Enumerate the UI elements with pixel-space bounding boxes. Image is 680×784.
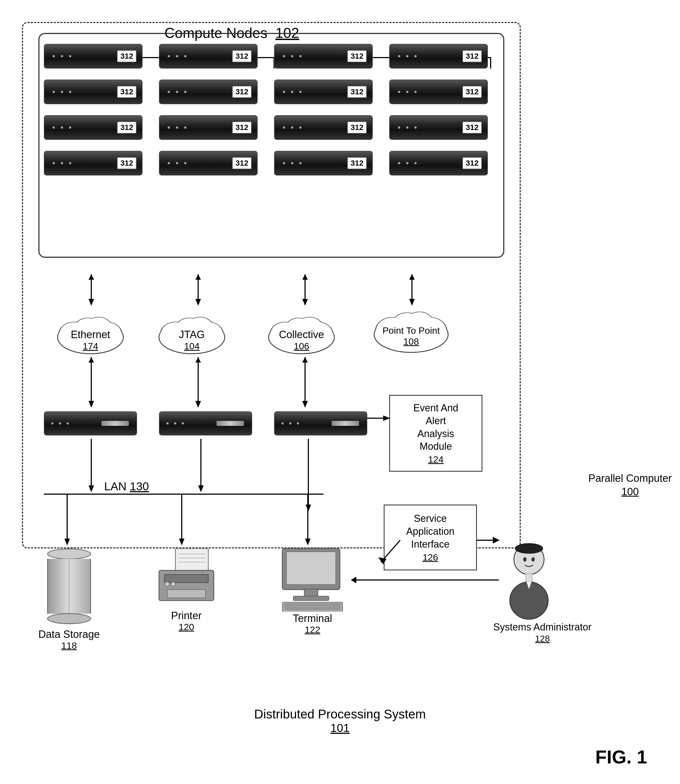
- svg-marker-4: [195, 299, 201, 306]
- server-blade: 312: [44, 115, 143, 140]
- systems-admin: Systems Administrator 128: [493, 543, 592, 644]
- svg-marker-59: [302, 401, 308, 408]
- svg-marker-91: [378, 557, 386, 564]
- svg-marker-2: [88, 274, 94, 280]
- svg-rect-89: [285, 604, 340, 609]
- service-node-blade: Service Node 116: [274, 411, 337, 435]
- arrow-ionode1-lan: [87, 439, 95, 496]
- server-blade: 312: [159, 44, 258, 69]
- ptp-cloud: Point To Point 108: [367, 302, 455, 357]
- server-blade: 312: [389, 115, 488, 140]
- svg-marker-57: [195, 357, 201, 363]
- svg-point-82: [165, 582, 169, 586]
- svg-marker-64: [88, 485, 94, 492]
- lan-label: LAN 130: [104, 480, 149, 493]
- server-blade: 312: [44, 44, 143, 69]
- svg-marker-8: [302, 274, 308, 280]
- io-node-1-blade: I/O Node 110: [44, 411, 85, 435]
- server-blade: 312: [159, 115, 258, 140]
- server-blade: 312: [389, 44, 488, 69]
- io-node-2-blade: I/O Node 114: [159, 411, 201, 435]
- svg-point-95: [532, 557, 535, 562]
- data-storage-label: Data Storage: [38, 628, 100, 640]
- svg-rect-80: [164, 574, 208, 583]
- event-alert-ref: 124: [428, 454, 444, 465]
- svg-marker-74: [305, 539, 310, 546]
- server-blade: 312: [389, 79, 488, 104]
- compute-nodes-grid: 312 312 312 312 312 312 312 312 312 312 …: [44, 44, 493, 181]
- collective-cloud: Collective 106: [263, 307, 340, 357]
- server-blade: 312: [44, 79, 143, 104]
- terminal-ref: 122: [277, 625, 348, 635]
- server-blade: 312: [389, 151, 488, 175]
- event-alert-label: Event AndAlertAnalysisModule: [413, 402, 458, 453]
- arrow-ethernet: [87, 274, 95, 310]
- svg-marker-11: [409, 274, 415, 280]
- jtag-cloud: JTAG 104: [153, 307, 230, 357]
- server-blade: 312: [274, 115, 373, 140]
- terminal: Terminal 122: [277, 546, 348, 635]
- svg-marker-66: [198, 485, 204, 492]
- parallel-computer-label: Parallel Computer 100: [589, 472, 672, 499]
- fig-label: FIG. 1: [595, 746, 647, 768]
- arrow-sysadmin-terminal: [351, 574, 504, 585]
- svg-marker-5: [195, 274, 201, 280]
- svg-marker-72: [179, 539, 184, 546]
- data-storage-ref: 118: [61, 640, 77, 651]
- arrow-serviceapp-terminal: [373, 538, 406, 570]
- svg-point-94: [523, 557, 527, 562]
- service-app-label: ServiceApplicationInterface: [406, 512, 455, 551]
- server-blade: 312: [274, 79, 373, 104]
- server-blade: 312: [44, 151, 143, 175]
- svg-marker-56: [195, 401, 201, 408]
- svg-marker-7: [302, 299, 308, 306]
- server-blade: 312: [159, 79, 258, 104]
- data-storage: Data Storage 118: [38, 549, 100, 651]
- sys-admin-ref: 128: [493, 634, 592, 644]
- service-app-ref: 126: [423, 552, 438, 563]
- ethernet-cloud: Ethernet 174: [52, 307, 129, 357]
- printer-label: Printer: [153, 610, 219, 622]
- svg-marker-102: [351, 577, 356, 583]
- arrow-lan-terminal: [304, 495, 312, 549]
- arrow-collective: [301, 274, 309, 310]
- svg-rect-96: [526, 574, 532, 582]
- arrow-service-to-event: [367, 414, 395, 422]
- svg-rect-85: [286, 552, 336, 585]
- arrow-serviceapp-sysadmin: [477, 532, 504, 549]
- arrow-collective-servicenode: [301, 357, 309, 412]
- svg-marker-54: [88, 357, 94, 363]
- arrow-lan-datastorage: [63, 495, 71, 549]
- printer: Printer 120: [153, 549, 219, 633]
- printer-ref: 120: [153, 622, 219, 633]
- svg-rect-81: [167, 590, 206, 598]
- svg-rect-86: [304, 589, 318, 597]
- svg-marker-100: [493, 537, 500, 544]
- sys-admin-label: Systems Administrator: [493, 621, 592, 634]
- arrow-eth-ionode1: [87, 357, 95, 412]
- svg-rect-87: [293, 596, 329, 601]
- svg-marker-70: [65, 539, 70, 546]
- svg-point-83: [171, 582, 175, 586]
- event-alert-module-box: Event AndAlertAnalysisModule 124: [389, 395, 482, 472]
- svg-marker-1: [88, 299, 94, 306]
- svg-marker-62: [383, 415, 390, 421]
- server-blade: 312: [159, 151, 258, 175]
- svg-marker-53: [88, 401, 94, 408]
- server-blade: 312: [274, 151, 373, 175]
- server-blade: 312: [274, 44, 373, 69]
- svg-point-93: [515, 544, 543, 554]
- arrow-jtag: [194, 274, 202, 310]
- svg-marker-60: [302, 357, 308, 363]
- distributed-system-label: Distributed Processing System 101: [254, 707, 426, 735]
- arrow-ionode2-lan: [197, 439, 205, 496]
- terminal-label: Terminal: [277, 613, 348, 625]
- arrow-lan-printer: [178, 495, 186, 549]
- arrow-jtag-ionode2: [194, 357, 202, 412]
